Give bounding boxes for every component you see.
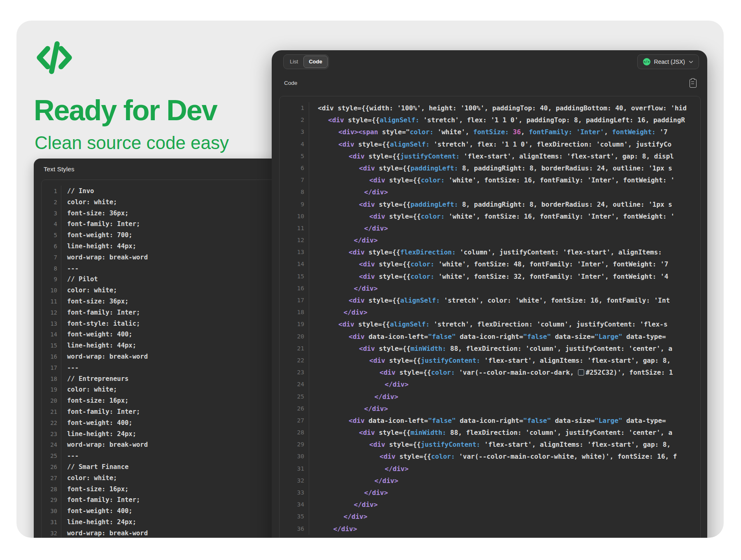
feature-card: Ready for Dev Clean source code easy Tex…	[16, 21, 724, 538]
code-line: 12</div>	[280, 234, 700, 246]
code-panel: List Code </> React (JSX) Code 1<div sty…	[272, 50, 707, 538]
copy-code-icon[interactable]	[690, 79, 697, 88]
code-line: 22<div style={{justifyContent: 'flex-sta…	[280, 355, 700, 366]
code-line: 2<div style={{alignSelf: 'stretch', flex…	[280, 114, 700, 126]
code-brackets-icon	[35, 38, 74, 77]
chevron-down-icon	[689, 61, 693, 63]
code-line: 26</div>	[280, 403, 700, 415]
page-subtitle: Clean source code easy	[35, 133, 229, 153]
code-line: 30<div style={{color: 'var(--color-main-…	[280, 450, 700, 462]
code-line: 13<div style={{flexDirection: 'column', …	[280, 246, 700, 258]
code-line: 17<div style={{alignSelf: 'stretch', col…	[280, 294, 700, 306]
react-language-icon: </>	[643, 58, 650, 65]
view-switcher: List Code	[283, 54, 329, 69]
code-line: 34</div>	[280, 499, 700, 511]
code-line: 24</div>	[280, 378, 700, 390]
code-lines: 1<div style={{width: '100%', height: '10…	[280, 96, 700, 535]
code-line: 28<div style={{minWidth: 88, flexDirecti…	[280, 427, 700, 439]
code-line: 29<div style={{justifyContent: 'flex-sta…	[280, 439, 700, 450]
code-line: 8</div>	[280, 186, 700, 198]
code-line: 14<div style={{color: 'white', fontSize:…	[280, 258, 700, 270]
code-line: 5<div style={{justifyContent: 'flex-star…	[280, 150, 700, 162]
code-line: 11</div>	[280, 222, 700, 234]
code-line: 20<div data-icon-left="false" data-icon-…	[280, 331, 700, 343]
page-title: Ready for Dev	[34, 94, 217, 127]
color-swatch	[578, 369, 584, 376]
code-line: 23<div style={{color: 'var(--color-main-…	[280, 366, 700, 378]
code-line: 15<div style={{color: 'white', fontSize:…	[280, 271, 700, 282]
code-line: 35</div>	[280, 511, 700, 523]
tab-list[interactable]: List	[284, 56, 303, 68]
code-line: 18</div>	[280, 306, 700, 318]
code-line: 4<div style={{alignSelf: 'stretch', flex…	[280, 138, 700, 150]
code-line: 27<div data-icon-left="false" data-icon-…	[280, 415, 700, 427]
code-line: 16</div>	[280, 282, 700, 294]
code-line: 9<div style={{paddingLeft: 8, paddingRig…	[280, 198, 700, 210]
language-selector[interactable]: </> React (JSX)	[637, 54, 699, 69]
tab-code[interactable]: Code	[303, 56, 328, 68]
code-line: 32</div>	[280, 475, 700, 487]
code-line: 36</div>	[280, 523, 700, 535]
code-line: 19<div style={{alignSelf: 'stretch', fle…	[280, 318, 700, 330]
code-line: 33</div>	[280, 487, 700, 499]
code-line: 3<div><span style="color: 'white', fontS…	[280, 126, 700, 138]
code-line: 31</div>	[280, 463, 700, 475]
code-line: 25</div>	[280, 391, 700, 403]
code-line: 21<div style={{minWidth: 88, flexDirecti…	[280, 343, 700, 355]
code-editor: 1<div style={{width: '100%', height: '10…	[279, 96, 701, 538]
code-line: 10<div style={{color: 'white', fontSize:…	[280, 210, 700, 222]
code-line: 6<div style={{paddingLeft: 8, paddingRig…	[280, 162, 700, 174]
text-styles-title: Text Styles	[44, 166, 75, 173]
code-section-label: Code	[284, 80, 297, 86]
code-line: 7<div style={{color: 'white', fontSize: …	[280, 174, 700, 186]
language-selector-label: React (JSX)	[654, 58, 685, 65]
code-line: 1<div style={{width: '100%', height: '10…	[280, 102, 700, 114]
